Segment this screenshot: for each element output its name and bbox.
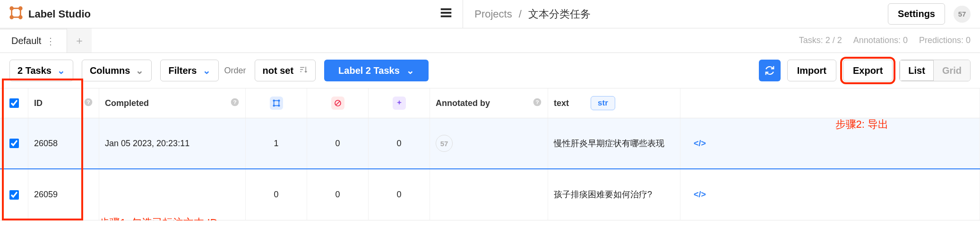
predictions-icon (393, 97, 406, 110)
topbar: Label Studio Projects / 文本分类任务 Settings … (0, 0, 980, 28)
grid-view-button[interactable]: Grid (934, 60, 970, 81)
row-cancelled: 0 (335, 139, 340, 149)
toolbar: 2 Tasks ⌄ Columns ⌄ Filters ⌄ Order not … (0, 53, 980, 88)
row-text: 孩子排痰困难要如何治疗? (554, 189, 652, 200)
stats-predictions: Predictions: 0 (919, 35, 971, 45)
source-icon[interactable]: </> (694, 190, 706, 200)
columns-dropdown[interactable]: Columns ⌄ (82, 60, 152, 81)
row-predictions: 0 (396, 190, 401, 200)
svg-text:?: ? (86, 99, 90, 105)
cancelled-icon (331, 97, 344, 110)
menu-icon[interactable] (439, 6, 453, 22)
select-all-checkbox[interactable] (9, 98, 19, 108)
label-tasks-button[interactable]: Label 2 Tasks ⌄ (324, 60, 429, 81)
label-tasks-label: Label 2 Tasks (338, 65, 400, 76)
text-type-badge: str (591, 96, 615, 110)
view-toggle: List Grid (899, 60, 971, 81)
svg-text:?: ? (535, 99, 539, 105)
import-button[interactable]: Import (787, 60, 836, 81)
row-annotations: 0 (274, 190, 278, 200)
sort-icon (299, 65, 308, 76)
row-id: 26059 (34, 190, 58, 200)
col-id[interactable]: ID ? (28, 88, 99, 118)
col-annotations[interactable] (246, 88, 307, 118)
chevron-down-icon: ⌄ (57, 65, 65, 76)
breadcrumb-sep: / (519, 8, 522, 20)
tab-default[interactable]: Default ⋮ (0, 28, 67, 53)
filters-dropdown-label: Filters (168, 65, 197, 76)
svg-point-19 (278, 105, 280, 106)
row-text: 慢性肝炎早期症状有哪些表现 (554, 138, 664, 149)
stats-annotations: Annotations: 0 (853, 35, 908, 45)
chevron-down-icon: ⌄ (203, 65, 211, 76)
col-completed[interactable]: Completed ? (99, 88, 246, 118)
annotation-step2: 步骤2: 导出 (835, 117, 888, 132)
filters-dropdown[interactable]: Filters ⌄ (160, 60, 218, 81)
tab-add-button[interactable]: ＋ (67, 28, 92, 53)
breadcrumb: Projects / 文本分类任务 (463, 0, 591, 28)
tab-stats: Tasks: 2 / 2 Annotations: 0 Predictions:… (799, 35, 980, 45)
svg-point-1 (10, 7, 13, 10)
chevron-down-icon: ⌄ (136, 65, 144, 76)
brand-icon (9, 6, 23, 22)
row-annotations: 1 (274, 139, 278, 149)
row-completed: Jan 05 2023, 20:23:11 (105, 139, 189, 149)
svg-point-4 (19, 16, 22, 18)
table-header: ID ? Completed ? (0, 88, 980, 118)
col-annotated-by[interactable]: Annotated by ? (430, 88, 548, 118)
order-label: Order (224, 66, 246, 76)
svg-point-18 (273, 105, 275, 106)
brand-name: Label Studio (28, 8, 91, 20)
svg-point-16 (273, 100, 275, 101)
select-all-cell (0, 88, 28, 118)
export-button[interactable]: Export (843, 60, 893, 81)
settings-button[interactable]: Settings (888, 3, 945, 25)
source-icon[interactable]: </> (694, 139, 706, 149)
svg-point-3 (10, 16, 13, 18)
svg-line-21 (336, 101, 340, 105)
col-predictions[interactable] (369, 88, 430, 118)
annotations-icon (270, 97, 283, 110)
columns-dropdown-label: Columns (90, 65, 130, 76)
task-table: ID ? Completed ? (0, 88, 980, 220)
help-icon[interactable]: ? (533, 97, 542, 109)
row-cancelled: 0 (335, 190, 340, 200)
help-icon[interactable]: ? (230, 97, 240, 109)
svg-text:?: ? (233, 99, 236, 105)
breadcrumb-root[interactable]: Projects (474, 8, 512, 20)
tab-menu-icon[interactable]: ⋮ (46, 35, 55, 47)
annotator-avatar: 57 (436, 135, 453, 152)
tasks-dropdown[interactable]: 2 Tasks ⌄ (9, 60, 73, 81)
col-text[interactable]: text str (548, 88, 680, 118)
chevron-down-icon: ⌄ (406, 65, 414, 76)
logo[interactable]: Label Studio (9, 6, 142, 22)
tasks-dropdown-label: 2 Tasks (17, 65, 52, 76)
stats-tasks: Tasks: 2 / 2 (799, 35, 842, 45)
annotation-step1: 步骤1: 勾选已标注文本 ID (99, 216, 218, 220)
list-view-button[interactable]: List (900, 60, 934, 81)
row-predictions: 0 (396, 139, 401, 149)
row-checkbox[interactable] (9, 190, 19, 200)
table-row[interactable]: 26058 Jan 05 2023, 20:23:11 1 0 0 57 慢性肝… (0, 118, 980, 169)
help-icon[interactable]: ? (84, 97, 93, 109)
row-checkbox[interactable] (9, 139, 19, 148)
svg-rect-15 (274, 101, 279, 106)
refresh-button[interactable] (759, 60, 781, 81)
user-avatar[interactable]: 57 (954, 6, 971, 23)
order-value: not set (263, 65, 294, 76)
svg-point-17 (278, 100, 280, 101)
breadcrumb-current[interactable]: 文本分类任务 (528, 7, 591, 21)
row-id: 26058 (34, 139, 58, 149)
tab-label: Default (11, 35, 41, 46)
col-cancelled[interactable] (307, 88, 369, 118)
order-dropdown[interactable]: not set (255, 60, 316, 81)
svg-point-2 (19, 7, 22, 10)
col-source[interactable] (680, 88, 980, 118)
table-row[interactable]: 26059 0 0 0 孩子排痰困难要如何治疗? </> (0, 169, 980, 220)
tabbar: Default ⋮ ＋ Tasks: 2 / 2 Annotations: 0 … (0, 28, 980, 53)
